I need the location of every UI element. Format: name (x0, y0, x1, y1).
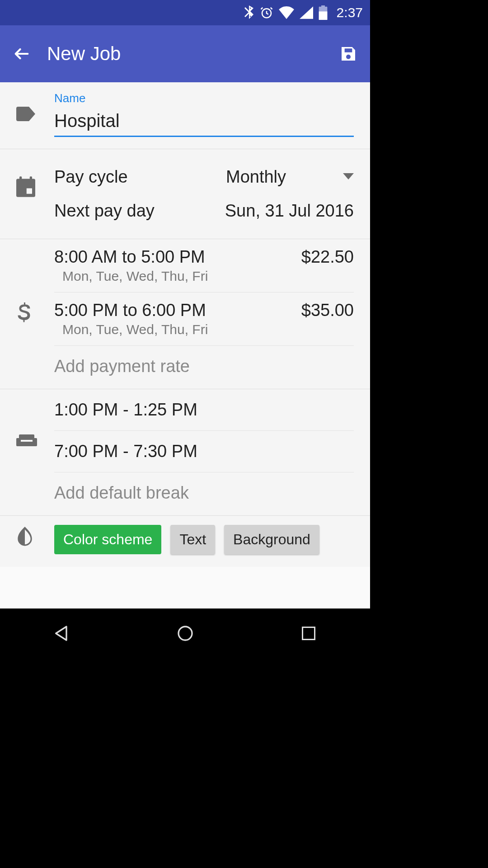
back-button[interactable] (11, 43, 33, 65)
next-pay-day-label: Next pay day (54, 201, 225, 221)
status-time: 2:37 (337, 5, 363, 20)
status-bar: 2:37 (0, 0, 370, 25)
chevron-down-icon (343, 173, 354, 181)
breaks-section: 1:00 PM - 1:25 PM 7:00 PM - 7:30 PM Add … (0, 389, 370, 516)
rate-days: Mon, Tue, Wed, Thu, Fri (62, 322, 301, 337)
svg-rect-11 (19, 442, 34, 446)
svg-rect-4 (16, 179, 35, 197)
invert-colors-icon (16, 540, 33, 548)
app-bar: New Job (0, 25, 370, 82)
pay-cycle-row[interactable]: Pay cycle Monthly (54, 160, 354, 194)
payment-rate-row[interactable]: 5:00 PM to 6:00 PM Mon, Tue, Wed, Thu, F… (54, 292, 354, 346)
add-payment-rate-button[interactable]: Add payment rate (54, 346, 354, 389)
nav-back-button[interactable] (44, 620, 80, 647)
name-label: Name (54, 91, 354, 105)
wifi-icon (279, 6, 294, 19)
bluetooth-icon (244, 5, 254, 20)
rate-time: 8:00 AM to 5:00 PM (54, 247, 301, 267)
svg-rect-7 (27, 189, 32, 194)
couch-icon (16, 442, 37, 449)
rate-amount: $35.00 (301, 301, 354, 320)
pay-cycle-value: Monthly (226, 167, 286, 187)
next-pay-day-row[interactable]: Next pay day Sun, 31 Jul 2016 (54, 194, 354, 228)
break-row[interactable]: 7:00 PM - 7:30 PM (54, 431, 354, 472)
svg-rect-13 (302, 627, 314, 640)
pay-section: Pay cycle Monthly Next pay day Sun, 31 J… (0, 149, 370, 239)
svg-rect-8 (19, 434, 34, 440)
color-scheme-button[interactable]: Color scheme (54, 525, 161, 554)
color-section: Color scheme Text Background (0, 516, 370, 567)
alarm-icon (260, 6, 273, 19)
break-row[interactable]: 1:00 PM - 1:25 PM (54, 389, 354, 431)
calendar-icon (16, 191, 35, 198)
svg-rect-5 (19, 176, 22, 181)
cell-signal-icon (300, 6, 313, 19)
rate-amount: $22.50 (301, 247, 354, 267)
svg-rect-3 (319, 11, 327, 20)
payment-rates-section: 8:00 AM to 5:00 PM Mon, Tue, Wed, Thu, F… (0, 239, 370, 389)
system-nav-bar (0, 609, 370, 658)
name-section: Name (0, 82, 370, 149)
next-pay-day-value: Sun, 31 Jul 2016 (225, 201, 354, 221)
battery-icon (319, 5, 328, 20)
payment-rate-row[interactable]: 8:00 AM to 5:00 PM Mon, Tue, Wed, Thu, F… (54, 239, 354, 292)
svg-point-12 (178, 627, 192, 640)
svg-rect-6 (30, 176, 32, 181)
page-title: New Job (47, 43, 338, 65)
rate-days: Mon, Tue, Wed, Thu, Fri (62, 269, 301, 284)
text-color-button[interactable]: Text (170, 525, 215, 554)
rate-time: 5:00 PM to 6:00 PM (54, 301, 301, 320)
nav-recent-button[interactable] (291, 620, 327, 647)
tag-icon (16, 107, 38, 123)
pay-cycle-label: Pay cycle (54, 167, 199, 187)
save-button[interactable] (338, 43, 359, 65)
name-input[interactable] (54, 107, 354, 137)
background-color-button[interactable]: Background (224, 525, 319, 554)
add-break-button[interactable]: Add default break (54, 472, 354, 515)
svg-rect-2 (321, 5, 325, 7)
dollar-icon (16, 318, 32, 326)
nav-home-button[interactable] (167, 620, 203, 647)
